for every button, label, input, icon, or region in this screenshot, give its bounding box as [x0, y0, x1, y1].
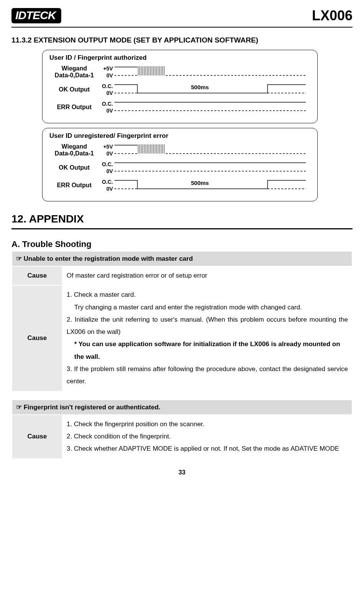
product-name: LX006	[312, 8, 353, 24]
level-low: 0V	[99, 150, 113, 157]
cause-label: Cause	[12, 285, 62, 391]
signal-row-wiegand: WiegandData-0,Data-1 +5V 0V	[49, 143, 310, 157]
level-high: O.C.	[99, 178, 113, 185]
pulse-duration: 500ms	[191, 180, 209, 186]
level-high: +5V	[99, 143, 113, 150]
signal-plot-burst	[114, 143, 310, 157]
signal-row-err: ERR Output O.C. 0V	[49, 100, 310, 114]
signal-label: ERR Output	[49, 104, 99, 111]
cause-body: 1. Check the fingerprint position on the…	[62, 415, 352, 459]
signal-plot-flat	[114, 160, 310, 175]
appendix-heading: 12. APPENDIX	[11, 213, 353, 225]
signal-label: WiegandData-0,Data-1	[49, 143, 99, 157]
signal-label: ERR Output	[49, 182, 99, 189]
page-number: 33	[11, 467, 353, 484]
level-low: 0V	[99, 90, 113, 96]
level-low: 0V	[99, 168, 113, 175]
timing-diagram-authorized: User ID / Fingerprint authorized Wiegand…	[42, 50, 318, 123]
level-high: +5V	[99, 65, 113, 72]
signal-plot-pulse: 500ms	[114, 82, 310, 97]
signal-row-ok: OK Output O.C. 0V 500ms	[49, 82, 310, 97]
timing-diagram-error: User ID unregistered/ Fingerprint error …	[42, 128, 318, 201]
pulse-duration: 500ms	[191, 84, 209, 90]
cause-body: 1. Check a master card.Try changing a ma…	[62, 285, 352, 391]
signal-plot-burst	[114, 65, 310, 79]
trouble-title: ☞ Unable to enter the registration mode …	[12, 251, 352, 266]
section-heading-1132: 11.3.2 EXTENSION OUTPUT MODE (SET BY APP…	[11, 36, 353, 44]
trouble-table-2: ☞ Fingerprint isn't registered or authen…	[11, 399, 353, 459]
signal-row-err: ERR Output O.C. 0V 500ms	[49, 178, 310, 193]
level-high: O.C.	[99, 83, 113, 90]
page-header: IDTECK LX006	[11, 0, 353, 28]
level-high: O.C.	[99, 100, 113, 107]
signal-label: OK Output	[49, 164, 99, 171]
cause-body: Of master card registration error or of …	[62, 266, 352, 285]
signal-plot-flat	[114, 100, 310, 114]
level-low: 0V	[99, 72, 113, 79]
trouble-table-1: ☞ Unable to enter the registration mode …	[11, 251, 353, 392]
signal-row-ok: OK Output O.C. 0V	[49, 160, 310, 175]
level-low: 0V	[99, 185, 113, 192]
signal-label: OK Output	[49, 86, 99, 93]
signal-plot-pulse: 500ms	[114, 178, 310, 193]
signal-row-wiegand: WiegandData-0,Data-1 +5V 0V	[49, 65, 310, 79]
trouble-title: ☞ Fingerprint isn't registered or authen…	[12, 400, 352, 415]
level-high: O.C.	[99, 161, 113, 168]
troubleshooting-heading: A. Trouble Shooting	[11, 239, 353, 249]
cause-label: Cause	[12, 266, 62, 285]
divider	[11, 228, 353, 229]
cause-label: Cause	[12, 415, 62, 459]
diagram-title: User ID unregistered/ Fingerprint error	[49, 132, 310, 140]
diagram-title: User ID / Fingerprint authorized	[49, 54, 310, 62]
logo: IDTECK	[11, 8, 61, 23]
signal-label: WiegandData-0,Data-1	[49, 65, 99, 78]
level-low: 0V	[99, 107, 113, 114]
